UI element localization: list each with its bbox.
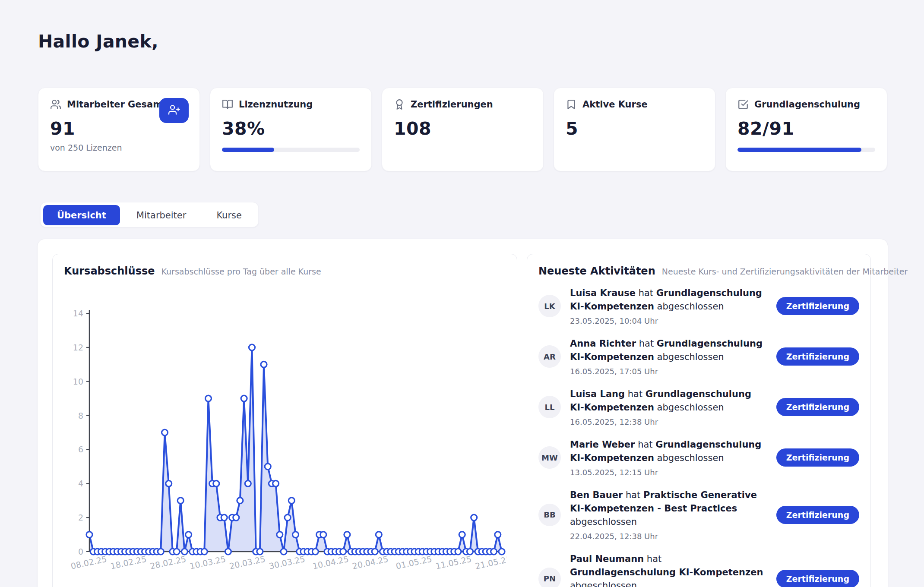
basic-training-progressbar: [737, 148, 875, 152]
data-point-marker: [86, 532, 92, 538]
data-point-marker: [166, 480, 172, 486]
y-tick-label: 14: [73, 309, 83, 318]
data-point-marker: [471, 514, 477, 521]
avatar: LK: [538, 295, 561, 317]
stat-value: 38%: [222, 118, 360, 139]
recent-activities-card: Neueste Aktivitäten Neueste Kurs- und Ze…: [527, 254, 871, 587]
course-completions-chart: 0246810121408.02.2518.02.2528.02.2510.03…: [64, 279, 506, 581]
stat-value: 82/91: [737, 118, 875, 139]
activity-timestamp: 16.05.2025, 12:38 Uhr: [570, 417, 767, 426]
data-point-marker: [225, 549, 231, 555]
progress-fill: [222, 148, 274, 152]
check-square-icon: [737, 99, 749, 110]
x-tick-label: 08.02.25: [70, 554, 108, 571]
users-icon: [50, 99, 61, 110]
tab-mitarbeiter[interactable]: Mitarbeiter: [123, 205, 200, 225]
data-point-marker: [455, 549, 461, 555]
avatar: AR: [538, 345, 561, 368]
activity-timestamp: 16.05.2025, 17:05 Uhr: [570, 367, 767, 376]
avatar: LL: [538, 396, 561, 418]
data-point-marker: [285, 514, 291, 521]
stat-label: Aktive Kurse: [582, 99, 648, 110]
avatar: PN: [538, 568, 561, 587]
data-point-marker: [206, 395, 212, 401]
chart-title: Kursabschlüsse: [64, 265, 155, 277]
data-point-marker: [273, 480, 279, 486]
data-point-marker: [177, 498, 184, 504]
data-point-marker: [221, 514, 227, 521]
activity-text: Paul Neumann hat Grundlagenschulung KI-K…: [570, 552, 767, 587]
activity-description: Paul Neumann hat Grundlagenschulung KI-K…: [570, 552, 767, 587]
x-tick-label: 01.05.25: [395, 554, 433, 571]
data-point-marker: [495, 532, 501, 538]
license-usage-progressbar: [222, 148, 360, 152]
data-point-marker: [241, 395, 247, 401]
progress-fill: [737, 148, 861, 152]
data-point-marker: [249, 344, 255, 350]
y-tick-label: 2: [78, 513, 83, 522]
avatar: MW: [538, 446, 561, 469]
activity-item: BB Ben Bauer hat Praktische Generative K…: [538, 489, 859, 541]
x-tick-label: 21.05.25: [475, 554, 506, 571]
stat-card-mitarbeiter-gesamt: Mitarbeiter Gesamt 91 von 250 Lizenzen: [38, 88, 200, 171]
data-point-marker: [181, 549, 187, 555]
data-point-marker: [245, 480, 251, 486]
x-tick-label: 10.03.25: [189, 554, 226, 571]
activity-badge: Zertifizierung: [776, 297, 859, 315]
data-point-marker: [162, 429, 168, 436]
data-point-marker: [281, 549, 287, 555]
data-point-marker: [201, 549, 207, 555]
data-point-marker: [340, 549, 346, 555]
overview-panel: Kursabschlüsse Kursabschlüsse pro Tag üb…: [37, 239, 888, 587]
stat-sublabel: von 250 Lizenzen: [50, 143, 188, 152]
page-greeting: Hallo Janek,: [38, 31, 158, 52]
activity-description: Anna Richter hat Grundlagenschulung KI-K…: [570, 337, 767, 364]
activity-description: Luisa Lang hat Grundlagenschulung KI-Kom…: [570, 388, 767, 414]
data-point-marker: [186, 532, 192, 538]
stat-value: 108: [394, 118, 532, 139]
y-tick-label: 12: [73, 343, 83, 352]
data-point-marker: [320, 532, 326, 538]
chart-line: [89, 347, 502, 552]
data-point-marker: [174, 549, 180, 555]
activity-timestamp: 23.05.2025, 10:04 Uhr: [570, 316, 767, 325]
stat-card-aktive-kurse: Aktive Kurse 5: [554, 88, 715, 171]
activity-item: LK Luisa Krause hat Grundlagenschulung K…: [538, 287, 859, 325]
activity-badge: Zertifizierung: [776, 398, 859, 416]
award-icon: [394, 99, 405, 110]
x-tick-label: 30.03.25: [268, 554, 306, 571]
data-point-marker: [467, 549, 473, 555]
tabs: ÜbersichtMitarbeiterKurse: [40, 202, 259, 227]
data-point-marker: [213, 480, 219, 486]
stat-card-lizenznutzung: Lizenznutzung 38%: [210, 88, 372, 171]
data-point-marker: [376, 532, 382, 538]
activity-description: Luisa Krause hat Grundlagenschulung KI-K…: [570, 287, 767, 313]
data-point-marker: [293, 532, 299, 538]
activity-badge: Zertifizierung: [776, 570, 859, 587]
activity-badge: Zertifizierung: [776, 347, 859, 366]
stat-label: Mitarbeiter Gesamt: [67, 99, 167, 110]
data-point-marker: [499, 549, 505, 555]
activity-text: Anna Richter hat Grundlagenschulung KI-K…: [570, 337, 767, 376]
activity-item: MW Marie Weber hat Grundlagenschulung KI…: [538, 438, 859, 477]
activity-description: Ben Bauer hat Praktische Generative KI-K…: [570, 489, 767, 529]
x-tick-label: 18.02.25: [110, 554, 147, 571]
activity-item: AR Anna Richter hat Grundlagenschulung K…: [538, 337, 859, 376]
tab-kurse[interactable]: Kurse: [203, 205, 256, 225]
activity-text: Marie Weber hat Grundlagenschulung KI-Ko…: [570, 438, 767, 477]
chart-subtitle: Kursabschlüsse pro Tag über alle Kurse: [161, 267, 321, 276]
activity-description: Marie Weber hat Grundlagenschulung KI-Ko…: [570, 438, 767, 465]
y-tick-label: 4: [78, 479, 83, 488]
data-point-marker: [261, 361, 267, 367]
data-point-marker: [372, 549, 378, 555]
activities-subtitle: Neueste Kurs- und Zertifizierungsaktivit…: [662, 267, 908, 276]
activity-timestamp: 22.04.2025, 12:38 Uhr: [570, 532, 767, 541]
data-point-marker: [459, 532, 465, 538]
add-user-button[interactable]: [159, 98, 189, 123]
x-tick-label: 20.03.25: [228, 554, 266, 571]
activity-text: Ben Bauer hat Praktische Generative KI-K…: [570, 489, 767, 541]
data-point-marker: [491, 549, 497, 555]
data-point-marker: [237, 498, 243, 504]
tab-übersicht[interactable]: Übersicht: [43, 205, 120, 225]
activity-badge: Zertifizierung: [776, 506, 859, 524]
